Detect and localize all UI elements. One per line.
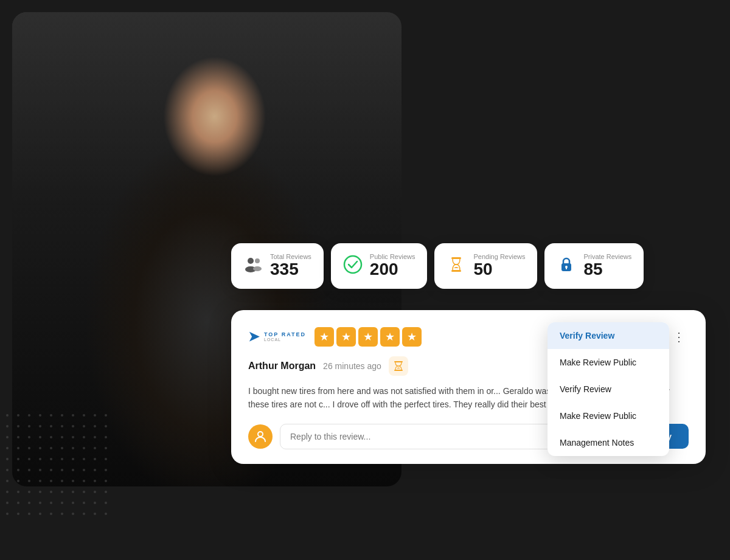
more-options-button[interactable]: ⋮	[669, 327, 689, 347]
star-5: ★	[402, 327, 422, 347]
star-2: ★	[336, 327, 356, 347]
stat-content-pending: Pending Reviews 50	[473, 253, 525, 279]
star-4: ★	[380, 327, 400, 347]
dots-decoration	[6, 414, 116, 524]
svg-rect-9	[566, 267, 567, 269]
star-rating: ★ ★ ★ ★ ★	[315, 327, 422, 347]
logo-bottom-text: LOCAL	[264, 337, 306, 342]
svg-point-12	[258, 432, 263, 437]
stat-content-private: Private Reviews 85	[583, 253, 631, 279]
svg-rect-10	[394, 361, 403, 362]
stat-card-pending: Pending Reviews 50	[434, 243, 537, 289]
menu-item-management-notes[interactable]: Management Notes	[548, 429, 669, 456]
svg-rect-6	[451, 270, 461, 272]
pending-reviews-value: 50	[473, 260, 525, 279]
pending-icon	[389, 356, 408, 376]
people-icon	[243, 255, 263, 277]
stat-content-public: Public Reviews 200	[370, 253, 415, 279]
stat-content-total: Total Reviews 335	[270, 253, 311, 279]
menu-item-make-public-1[interactable]: Make Review Public	[548, 349, 669, 376]
private-reviews-value: 85	[583, 260, 631, 279]
context-menu: Verify Review Make Review Public Verify …	[548, 322, 669, 456]
total-reviews-value: 335	[270, 260, 311, 279]
star-3: ★	[358, 327, 378, 347]
logo-text: TOP RATED LOCAL	[264, 332, 306, 342]
stats-row: Total Reviews 335 Public Reviews 200	[231, 243, 644, 289]
hourglass-icon	[447, 255, 466, 277]
svg-point-3	[253, 266, 262, 271]
svg-rect-5	[451, 257, 461, 259]
top-rated-logo: ➤ TOP RATED LOCAL	[248, 329, 306, 345]
check-circle-icon	[343, 255, 363, 277]
reviewer-time: 26 minutes ago	[323, 361, 381, 371]
stat-card-total: Total Reviews 335	[231, 243, 324, 289]
menu-item-verify-review-2[interactable]: Verify Review	[548, 376, 669, 403]
svg-point-2	[255, 258, 260, 263]
svg-point-0	[248, 258, 254, 264]
logo-arrow-icon: ➤	[248, 329, 259, 345]
svg-rect-11	[394, 370, 403, 371]
lock-icon	[557, 255, 576, 277]
menu-item-verify-review-1[interactable]: Verify Review	[548, 322, 669, 349]
star-1: ★	[315, 327, 334, 347]
reviewer-name: Arthur Morgan	[248, 361, 316, 372]
svg-point-4	[344, 256, 361, 273]
stat-card-private: Private Reviews 85	[544, 243, 644, 289]
menu-item-make-public-2[interactable]: Make Review Public	[548, 403, 669, 429]
logo-top-text: TOP RATED	[264, 332, 306, 337]
public-reviews-value: 200	[370, 260, 415, 279]
stat-card-public: Public Reviews 200	[331, 243, 428, 289]
reply-avatar	[248, 424, 273, 449]
